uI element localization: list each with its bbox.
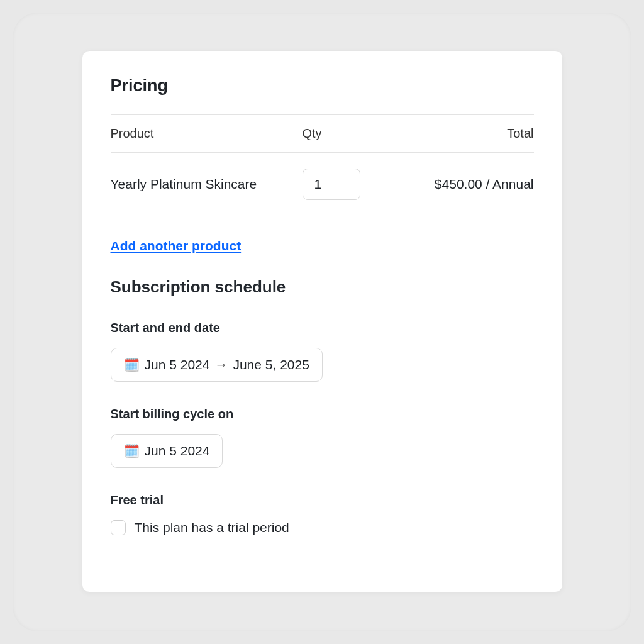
pricing-table-header: Product Qty Total <box>111 114 534 153</box>
column-header-product: Product <box>111 126 303 141</box>
subscription-schedule-title: Subscription schedule <box>111 277 534 297</box>
column-header-total: Total <box>397 126 534 141</box>
billing-cycle-label: Start billing cycle on <box>111 407 534 421</box>
free-trial-checkbox-label: This plan has a trial period <box>135 520 289 535</box>
pricing-card: Pricing Product Qty Total Yearly Platinu… <box>82 50 563 592</box>
free-trial-row: This plan has a trial period <box>111 520 534 535</box>
page-background: Pricing Product Qty Total Yearly Platinu… <box>13 13 631 631</box>
column-header-qty: Qty <box>303 126 397 141</box>
qty-cell <box>303 169 397 200</box>
free-trial-label: Free trial <box>111 493 534 508</box>
free-trial-checkbox[interactable] <box>111 520 126 535</box>
product-name: Yearly Platinum Skincare <box>111 177 303 192</box>
row-total: $450.00 / Annual <box>397 177 534 192</box>
quantity-input[interactable] <box>303 169 360 200</box>
add-another-product-link[interactable]: Add another product <box>111 238 242 253</box>
billing-date-value: Jun 5 2024 <box>145 443 210 458</box>
arrow-right-icon: → <box>214 357 228 372</box>
start-end-date-picker[interactable]: 🗓️ Jun 5 2024 → June 5, 2025 <box>111 348 323 382</box>
start-end-date-label: Start and end date <box>111 321 534 335</box>
end-date-value: June 5, 2025 <box>233 357 309 372</box>
pricing-title: Pricing <box>111 76 534 96</box>
billing-cycle-date-picker[interactable]: 🗓️ Jun 5 2024 <box>111 434 223 468</box>
table-row: Yearly Platinum Skincare $450.00 / Annua… <box>111 153 534 216</box>
calendar-icon: 🗓️ <box>124 358 140 371</box>
calendar-icon: 🗓️ <box>124 445 140 457</box>
start-date-value: Jun 5 2024 <box>145 357 210 372</box>
